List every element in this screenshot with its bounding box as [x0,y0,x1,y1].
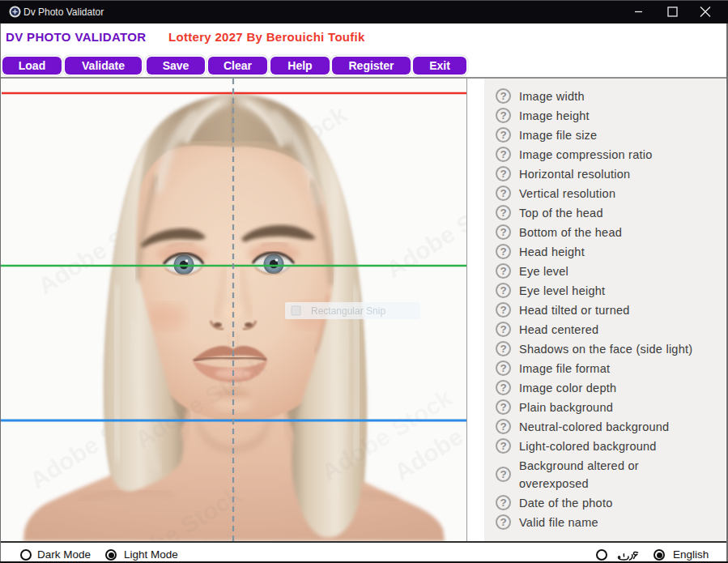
svg-text:Rectangular Snip: Rectangular Snip [311,305,385,317]
